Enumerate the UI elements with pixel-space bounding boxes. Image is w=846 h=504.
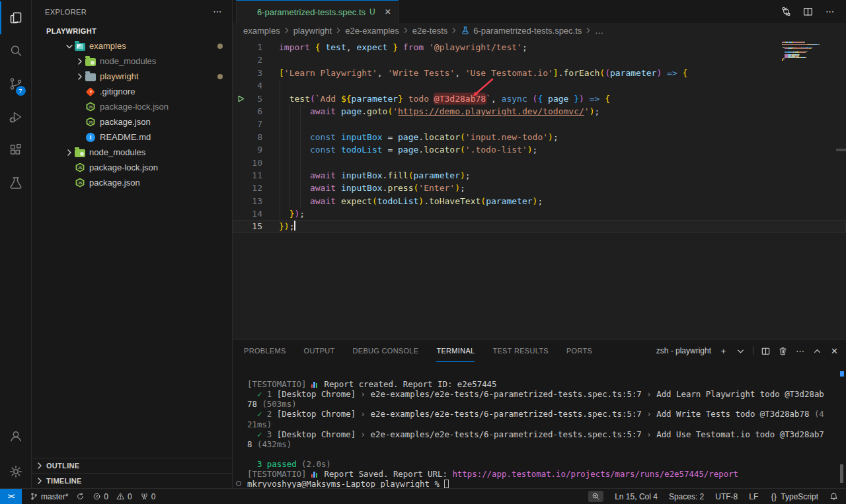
status-zoom-indicator[interactable] <box>588 491 603 502</box>
status-warnings[interactable]: 0 <box>116 492 132 501</box>
split-terminal-icon[interactable] <box>761 346 771 356</box>
tree-item-node-modules[interactable]: node_modules <box>32 54 232 69</box>
breadcrumb-item[interactable]: e2e-tests <box>412 26 447 36</box>
breadcrumb-separator-icon <box>401 26 410 35</box>
status-sync[interactable] <box>76 492 85 501</box>
status-encoding[interactable]: UTF-8 <box>715 492 738 501</box>
tree-item-label: node_modules <box>89 147 145 157</box>
activity-source-control[interactable]: 7 <box>0 67 32 100</box>
code-line: 4 <box>233 79 846 92</box>
panel-tab-terminal[interactable]: TERMINAL <box>436 340 475 362</box>
panel-tab-test-results[interactable]: TEST RESULTS <box>492 340 549 362</box>
terminal-command-decoration <box>840 371 844 377</box>
chevron-down-icon <box>64 41 75 52</box>
code-line: 13 await expect(todoList).toHaveText(par… <box>233 195 846 207</box>
minimap[interactable] <box>782 42 823 61</box>
terminal-line: ✓ 3 [Desktop Chrome] › e2e-examples/e2e-… <box>247 429 846 439</box>
twisty <box>75 56 85 67</box>
minimap-line <box>782 44 823 46</box>
breadcrumb-item[interactable]: e2e-examples <box>345 26 399 36</box>
tree-item-package-json[interactable]: JSpackage.json <box>32 114 232 129</box>
activity-run-debug[interactable] <box>0 100 32 133</box>
tree-item-examples[interactable]: examples <box>32 38 232 54</box>
compare-changes-icon[interactable] <box>781 6 792 17</box>
tab-spec-file[interactable]: 6-parametrized-tests.spec.ts U ✕ <box>236 0 399 23</box>
breadcrumb-separator-icon <box>449 26 459 35</box>
warnings-icon <box>116 492 125 501</box>
tree-item-label: package-lock.json <box>89 162 158 172</box>
panel-tab-problems[interactable]: PROBLEMS <box>244 340 286 362</box>
activity-extensions[interactable] <box>0 133 32 166</box>
terminal-line: 3 passed (2.0s) <box>247 459 846 469</box>
new-terminal-icon[interactable]: + <box>718 346 728 356</box>
code-text <box>262 54 279 66</box>
close-tab-icon[interactable]: ✕ <box>385 7 391 17</box>
status-label: LF <box>749 492 758 501</box>
section-timeline[interactable]: TIMELINE <box>32 473 232 488</box>
chevron-down-icon <box>34 26 45 36</box>
tree-item-package-lock-json[interactable]: JSpackage-lock.json <box>32 160 232 175</box>
breadcrumb-item[interactable]: playwright <box>293 26 332 36</box>
activity-search[interactable] <box>0 34 32 67</box>
status-ports-forwarded[interactable]: 0 <box>140 492 156 501</box>
activity-testing[interactable] <box>0 166 32 199</box>
code-editor[interactable]: 1import { test, expect } from '@playwrig… <box>233 38 846 339</box>
tree-item-node-modules[interactable]: node_modules <box>32 145 232 160</box>
status-git-branch[interactable]: master* <box>30 492 68 501</box>
panel-tab-ports[interactable]: PORTS <box>566 340 592 362</box>
maximize-panel-icon[interactable] <box>812 346 822 356</box>
terminal-line: 78 (503ms) <box>247 399 846 409</box>
breadcrumb-item[interactable]: examples <box>243 26 280 36</box>
line-number: 14 <box>233 207 262 220</box>
terminal-cursor <box>444 480 449 488</box>
status-notifications[interactable] <box>829 492 838 501</box>
activity-settings[interactable] <box>0 455 32 488</box>
chart-emoji-icon <box>311 381 319 388</box>
status-cursor-position[interactable]: Ln 15, Col 4 <box>615 492 658 501</box>
status-errors[interactable]: 0 <box>93 492 108 501</box>
status-label: 0 <box>104 492 108 501</box>
remote-indicator[interactable]: >< <box>0 489 22 504</box>
breadcrumb-item[interactable]: 6-parametrized-tests.spec.ts <box>473 26 582 36</box>
tree-item--gitignore[interactable]: .gitignore <box>32 84 232 99</box>
tree-item-package-lock-json[interactable]: JSpackage-lock.json <box>32 99 232 114</box>
tree-item-label: package.json <box>89 178 140 188</box>
run-test-icon[interactable] <box>237 94 245 103</box>
folder-examples-icon <box>75 43 85 51</box>
tree-item-playwright[interactable]: playwright <box>32 69 232 84</box>
explorer-more-actions-icon[interactable]: ⋯ <box>212 7 223 17</box>
split-editor-icon[interactable] <box>802 6 814 17</box>
git-branch-icon <box>30 492 38 501</box>
breadcrumb-separator-icon <box>334 26 343 35</box>
status-indentation[interactable]: Spaces: 2 <box>669 492 704 501</box>
errors-icon <box>93 492 101 501</box>
kill-terminal-icon[interactable] <box>778 346 788 356</box>
zoom-indicator-icon <box>592 492 600 501</box>
explorer-sidebar: EXPLORER ⋯ PLAYWRIGHT examplesnode_modul… <box>32 0 233 488</box>
terminal-instance-label[interactable]: zsh - playwright <box>642 346 711 356</box>
folder-node-modules-icon <box>85 58 96 66</box>
line-number: 6 <box>233 105 262 118</box>
panel-tab-output[interactable]: OUTPUT <box>304 340 335 362</box>
git-modified-dot <box>217 44 223 49</box>
tree-item-label: README.md <box>100 132 151 142</box>
tree-item-readme-md[interactable]: iREADME.md <box>32 129 232 145</box>
workspace-section-header[interactable]: PLAYWRIGHT <box>32 23 232 38</box>
minimap-line <box>782 59 823 61</box>
activity-explorer[interactable] <box>0 1 32 34</box>
section-outline[interactable]: OUTLINE <box>32 458 232 473</box>
tree-item-package-json[interactable]: JSpackage.json <box>32 175 232 190</box>
terminal-output[interactable]: [TESTOMATIO] Report created. Report ID: … <box>233 362 846 488</box>
code-line: 7 <box>233 118 846 130</box>
breadcrumb-item[interactable]: … <box>595 26 603 36</box>
status-eol[interactable]: LF <box>749 492 758 501</box>
panel-tab-debug-console[interactable]: DEBUG CONSOLE <box>353 340 419 362</box>
code-line: 2 <box>233 54 846 66</box>
terminal-more-icon[interactable]: ⋯ <box>795 346 805 356</box>
terminal-profiles-icon[interactable] <box>736 346 746 356</box>
status-language-mode[interactable]: {}TypeScript <box>769 492 818 501</box>
more-actions-icon[interactable]: ⋯ <box>824 6 835 17</box>
explorer-title: EXPLORER <box>45 8 87 16</box>
close-panel-icon[interactable]: ✕ <box>829 346 839 356</box>
activity-accounts[interactable] <box>0 419 32 452</box>
